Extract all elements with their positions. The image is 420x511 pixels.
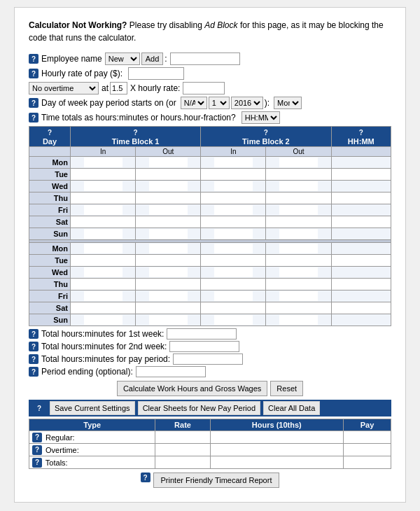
- time-in1-input[interactable]: [84, 181, 122, 191]
- time-in1[interactable]: [70, 181, 135, 192]
- time-out2[interactable]: [266, 279, 331, 290]
- help-icon-week1[interactable]: ?: [29, 329, 38, 339]
- time-in1-input[interactable]: [84, 303, 122, 313]
- totals-pay-period-input[interactable]: [173, 354, 243, 365]
- time-in2-input[interactable]: [214, 181, 253, 191]
- help-icon-time[interactable]: ?: [29, 113, 38, 122]
- help-icon-pay-period[interactable]: ?: [29, 354, 38, 364]
- time-out1-input[interactable]: [149, 181, 188, 191]
- time-out1[interactable]: [136, 216, 201, 228]
- time-in1-input[interactable]: [84, 244, 122, 253]
- save-settings-button[interactable]: Save Current Settings: [50, 401, 135, 415]
- hourly-rate-result[interactable]: [183, 82, 225, 94]
- printer-button[interactable]: Printer Friendly Timecard Report: [153, 472, 280, 488]
- time-out1[interactable]: [136, 255, 201, 267]
- time-in1-input[interactable]: [84, 291, 122, 301]
- time-out1-input[interactable]: [149, 229, 188, 239]
- time-in1-input[interactable]: [84, 229, 122, 239]
- year-select[interactable]: 2016: [231, 97, 263, 109]
- time-out2-input[interactable]: [279, 267, 318, 277]
- time-out1-input[interactable]: [149, 303, 188, 313]
- time-out1-input[interactable]: [149, 291, 188, 301]
- employee-name-select[interactable]: New: [105, 52, 140, 65]
- time-out2-input[interactable]: [279, 279, 318, 289]
- time-in1[interactable]: [70, 243, 135, 255]
- hhmm-select[interactable]: HH:MM: [241, 111, 280, 124]
- overtime-select[interactable]: No overtime: [29, 82, 99, 94]
- add-button[interactable]: Add: [141, 52, 164, 65]
- help-icon-hourly[interactable]: ?: [29, 69, 38, 78]
- time-out2[interactable]: [266, 243, 331, 255]
- time-out1[interactable]: [136, 192, 201, 204]
- time-in2[interactable]: [201, 255, 266, 267]
- time-in1[interactable]: [70, 279, 135, 290]
- help-icon-week2[interactable]: ?: [29, 342, 38, 351]
- time-out2-input[interactable]: [279, 217, 318, 227]
- time-in2[interactable]: [201, 279, 266, 290]
- time-out2[interactable]: [266, 228, 331, 240]
- time-out1[interactable]: [136, 290, 201, 302]
- time-in2-input[interactable]: [214, 279, 253, 289]
- time-out2[interactable]: [266, 169, 331, 181]
- time-in1[interactable]: [70, 204, 135, 216]
- time-in2[interactable]: [201, 204, 266, 216]
- time-out1[interactable]: [136, 302, 201, 314]
- time-out1[interactable]: [136, 157, 201, 169]
- clear-sheets-button[interactable]: Clear Sheets for New Pay Period: [138, 401, 260, 415]
- time-in2[interactable]: [201, 228, 266, 240]
- time-out2-input[interactable]: [279, 205, 318, 215]
- time-out1[interactable]: [136, 204, 201, 216]
- employee-name-input[interactable]: [170, 52, 240, 65]
- time-out2[interactable]: [266, 157, 331, 169]
- time-in2[interactable]: [201, 157, 266, 169]
- time-out2[interactable]: [266, 290, 331, 302]
- time-in1[interactable]: [70, 302, 135, 314]
- totals-week2-input[interactable]: [169, 341, 239, 352]
- time-in2-input[interactable]: [214, 303, 253, 313]
- time-out1-input[interactable]: [149, 193, 188, 203]
- time-in1[interactable]: [70, 216, 135, 228]
- time-out1[interactable]: [136, 279, 201, 290]
- calculate-button[interactable]: Calculate Work Hours and Gross Wages: [117, 381, 267, 396]
- time-in1[interactable]: [70, 314, 135, 326]
- hourly-rate-input[interactable]: [128, 67, 184, 80]
- help-icon-day-col[interactable]: ?: [45, 127, 55, 137]
- time-in1-input[interactable]: [84, 158, 122, 167]
- time-in2[interactable]: [201, 181, 266, 192]
- time-out1[interactable]: [136, 243, 201, 255]
- help-icon-hhmm[interactable]: ?: [356, 127, 366, 137]
- time-in2-input[interactable]: [214, 255, 253, 265]
- time-in1-input[interactable]: [84, 217, 122, 227]
- time-in1-input[interactable]: [84, 267, 122, 277]
- time-in2-input[interactable]: [214, 193, 253, 203]
- time-in2-input[interactable]: [214, 158, 253, 167]
- time-in2-input[interactable]: [214, 217, 253, 227]
- time-in1-input[interactable]: [84, 205, 122, 215]
- na-select[interactable]: N/A: [181, 97, 207, 109]
- time-out2[interactable]: [266, 192, 331, 204]
- time-in1-input[interactable]: [84, 169, 122, 179]
- time-in2-input[interactable]: [214, 205, 253, 215]
- time-out1[interactable]: [136, 267, 201, 279]
- time-in1[interactable]: [70, 228, 135, 240]
- clear-all-button[interactable]: Clear All Data: [263, 401, 320, 415]
- time-out1[interactable]: [136, 169, 201, 181]
- time-out1-input[interactable]: [149, 217, 188, 227]
- time-out1-input[interactable]: [149, 255, 188, 265]
- time-out2-input[interactable]: [279, 193, 318, 203]
- time-in2-input[interactable]: [214, 267, 253, 277]
- time-in1[interactable]: [70, 255, 135, 267]
- time-in1-input[interactable]: [84, 193, 122, 203]
- time-out2-input[interactable]: [279, 291, 318, 301]
- time-out2-input[interactable]: [279, 181, 318, 191]
- time-in2[interactable]: [201, 290, 266, 302]
- help-icon-result[interactable]: ?: [32, 445, 42, 455]
- time-in2[interactable]: [201, 192, 266, 204]
- time-out2-input[interactable]: [279, 169, 318, 179]
- time-in2-input[interactable]: [214, 315, 253, 325]
- time-out2-input[interactable]: [279, 244, 318, 253]
- time-out1-input[interactable]: [149, 279, 188, 289]
- time-out1[interactable]: [136, 228, 201, 240]
- time-in1[interactable]: [70, 290, 135, 302]
- time-out1-input[interactable]: [149, 267, 188, 277]
